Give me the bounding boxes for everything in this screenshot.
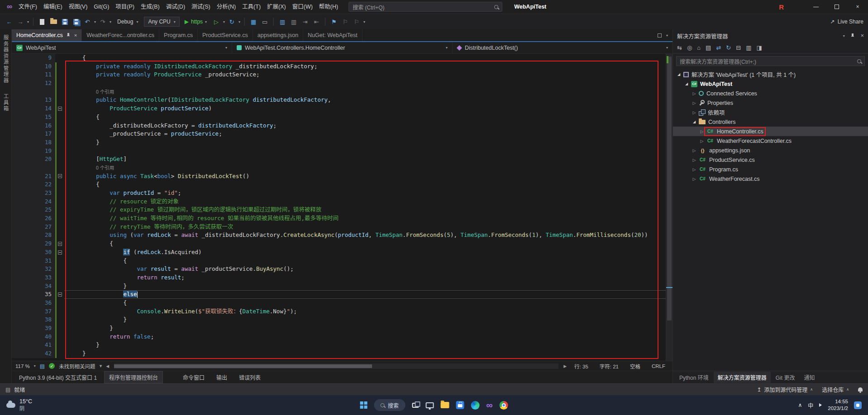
line-number[interactable]: 11 — [34, 71, 55, 79]
undo-icon[interactable]: ↶ — [83, 17, 92, 26]
home-icon[interactable]: ⌂ — [697, 44, 701, 51]
code-text[interactable]: } — [64, 316, 666, 324]
fold-margin[interactable] — [55, 122, 64, 130]
breakpoint-margin[interactable] — [12, 164, 34, 172]
fold-margin[interactable] — [55, 189, 64, 198]
code-text[interactable]: { — [64, 299, 666, 307]
pin-icon[interactable] — [850, 33, 855, 38]
preview-selected-icon[interactable]: ◨ — [756, 44, 762, 51]
line-number[interactable]: 27 — [34, 223, 55, 231]
menu-analyze[interactable]: 分析(N) — [214, 0, 239, 14]
fold-margin[interactable] — [55, 307, 64, 316]
codelens-references[interactable]: 0 个引用 — [69, 88, 114, 96]
breakpoint-margin[interactable] — [12, 96, 34, 104]
code-text[interactable]: // retryTime 等待时间内，多久尝试获取一次 — [64, 223, 666, 231]
breadcrumb-member-dropdown[interactable]: DistributedLockTest() ▾ — [453, 42, 672, 53]
code-line-18[interactable]: 18 } — [12, 138, 666, 147]
line-number[interactable]: 25 — [34, 206, 55, 214]
line-number[interactable]: 17 — [34, 130, 55, 138]
code-line-19[interactable]: 19 — [12, 147, 666, 156]
breakpoint-margin[interactable] — [12, 88, 34, 96]
fold-margin[interactable] — [55, 180, 64, 189]
taskbar-weather-widget[interactable]: 15°C 阴 — [0, 398, 32, 412]
fold-margin[interactable] — [55, 274, 64, 282]
code-text[interactable]: } — [64, 282, 666, 291]
pane-layout-icon[interactable]: ▥ — [289, 17, 298, 26]
fold-margin[interactable] — [55, 138, 64, 147]
collapsed-arrow-icon[interactable]: ▷ — [691, 148, 697, 153]
code-line-34[interactable]: 34 } — [12, 282, 666, 291]
line-number[interactable]: 24 — [34, 198, 55, 206]
line-number[interactable]: 41 — [34, 341, 55, 349]
line-number[interactable]: 35 — [34, 290, 55, 299]
collapsed-arrow-icon[interactable]: ▷ — [691, 110, 697, 115]
code-text[interactable]: { — [64, 113, 666, 122]
fold-margin[interactable] — [55, 257, 64, 265]
breakpoint-margin[interactable] — [12, 316, 34, 324]
fold-margin[interactable] — [55, 54, 64, 62]
code-line-14[interactable]: 14 ProductService productService) — [12, 104, 666, 113]
line-number[interactable]: 37 — [34, 307, 55, 316]
breakpoint-margin[interactable] — [12, 214, 34, 223]
fold-margin[interactable] — [55, 349, 64, 358]
scope-icon[interactable]: ◎ — [687, 44, 692, 51]
line-number[interactable]: 36 — [34, 299, 55, 307]
fold-margin[interactable] — [55, 206, 64, 214]
breakpoint-margin[interactable] — [12, 180, 34, 189]
tree-item-project-webapitest[interactable]: ◢C#WebApiTest — [673, 79, 868, 89]
scroll-right-icon[interactable]: ▶ — [563, 364, 567, 368]
space-indicator[interactable]: 空格 — [626, 363, 644, 370]
code-line-codelens[interactable]: 0 个引用 — [12, 164, 666, 172]
line-number[interactable]: 18 — [34, 138, 55, 147]
dropdown-caret-icon[interactable]: ▾ — [363, 20, 365, 24]
char-indicator[interactable]: 字符: 21 — [596, 363, 622, 370]
hot-reload-icon[interactable]: ↻ — [227, 17, 236, 26]
line-number[interactable] — [34, 164, 55, 172]
nav-back-icon[interactable]: ← — [5, 17, 14, 26]
code-line-42[interactable]: 42 } — [12, 349, 666, 358]
resharper-icon[interactable]: R — [779, 3, 784, 11]
open-folder-icon[interactable] — [49, 17, 58, 26]
tree-item-connected-services[interactable]: ▷Connected Services — [673, 89, 868, 98]
code-line-38[interactable]: 38 } — [12, 316, 666, 324]
code-text[interactable]: public HomeController(IDistributedLockFa… — [64, 96, 666, 104]
breadcrumb-type-dropdown[interactable]: WebApiTest.Controllers.HomeController ▾ — [232, 42, 453, 53]
code-text[interactable]: return result; — [64, 274, 666, 282]
breakpoint-margin[interactable] — [12, 172, 34, 181]
breakpoint-margin[interactable] — [12, 274, 34, 282]
debug-config-dropdown[interactable]: Debug▾ — [114, 17, 142, 27]
expanded-arrow-icon[interactable]: ◢ — [691, 120, 697, 124]
tree-item-file-program[interactable]: ▷C#Program.cs — [673, 165, 868, 174]
tree-item-file-appsettings[interactable]: ▷{}appsettings.json — [673, 146, 868, 155]
live-unit-icon[interactable]: ▭ — [260, 17, 269, 26]
notifications-bell-icon[interactable] — [858, 387, 863, 391]
collapsed-arrow-icon[interactable]: ▷ — [691, 158, 697, 162]
volume-icon[interactable] — [819, 403, 822, 407]
se-tab-solution-explorer[interactable]: 解决方案资源管理器 — [714, 372, 771, 383]
fold-margin[interactable] — [55, 231, 64, 240]
se-tab-notifications[interactable]: 通知 — [800, 372, 819, 383]
breakpoint-margin[interactable] — [12, 147, 34, 156]
code-text[interactable]: } — [64, 138, 666, 147]
line-number[interactable]: 23 — [34, 189, 55, 198]
breakpoint-margin[interactable] — [12, 71, 34, 79]
code-line-35[interactable]: 35 else — [12, 290, 666, 299]
edge-browser-icon[interactable] — [471, 401, 479, 410]
dropdown-caret-icon[interactable]: ▾ — [223, 20, 225, 24]
bookmark-next-icon[interactable]: ⚐ — [352, 17, 361, 26]
panel-tab-package-manager-console[interactable]: 程序包管理器控制台 — [104, 371, 163, 383]
line-indicator[interactable]: 行: 35 — [571, 363, 592, 370]
breakpoint-margin[interactable] — [12, 240, 34, 248]
panel-tab-output[interactable]: 输出 — [212, 372, 232, 383]
dropdown-caret-icon[interactable]: ▾ — [27, 20, 29, 24]
code-line-11[interactable]: 11 private readonly ProductService _prod… — [12, 71, 666, 79]
code-text[interactable]: Console.WriteLine($"获取锁失败：{DateTime.Now}… — [64, 307, 666, 316]
fold-margin[interactable] — [55, 172, 64, 181]
code-text[interactable]: private readonly IDistributedLockFactory… — [64, 62, 666, 71]
fold-collapse-icon[interactable] — [58, 250, 62, 255]
code-line-37[interactable]: 37 Console.WriteLine($"获取锁失败：{DateTime.N… — [12, 307, 666, 316]
panel-tab-error-list[interactable]: 错误列表 — [234, 372, 265, 383]
tree-item-dependencies[interactable]: ▷依赖项 — [673, 108, 868, 117]
outdent-icon[interactable]: ⇤ — [312, 17, 321, 26]
code-text[interactable] — [64, 147, 666, 156]
